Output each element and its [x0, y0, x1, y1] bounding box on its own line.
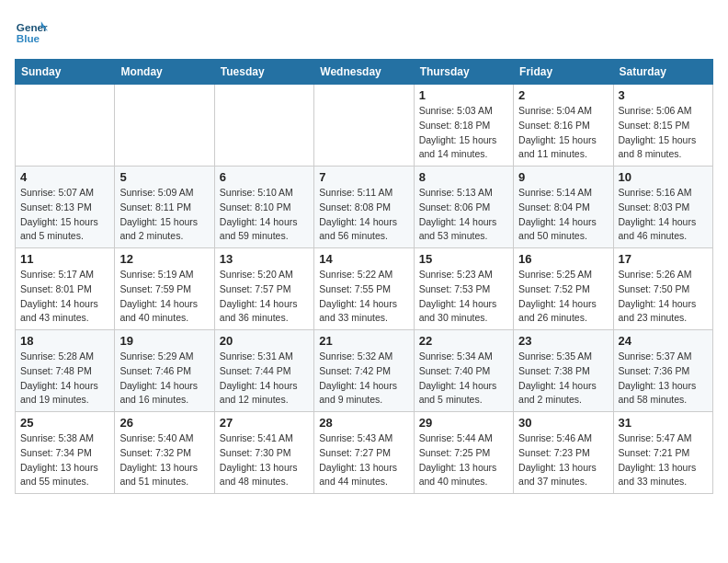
day-info: Sunrise: 5:37 AM Sunset: 7:36 PM Dayligh… [619, 350, 708, 408]
calendar-day-cell: 8Sunrise: 5:13 AM Sunset: 8:06 PM Daylig… [414, 167, 513, 248]
day-number: 31 [619, 416, 708, 430]
day-number: 12 [119, 252, 209, 266]
day-number: 30 [518, 416, 608, 430]
calendar-day-cell: 7Sunrise: 5:11 AM Sunset: 8:08 PM Daylig… [314, 167, 414, 248]
day-info: Sunrise: 5:31 AM Sunset: 7:44 PM Dayligh… [220, 350, 309, 408]
day-info: Sunrise: 5:19 AM Sunset: 7:59 PM Dayligh… [119, 268, 209, 326]
calendar-day-cell: 4Sunrise: 5:07 AM Sunset: 8:13 PM Daylig… [16, 167, 115, 248]
calendar-day-cell: 1Sunrise: 5:03 AM Sunset: 8:18 PM Daylig… [414, 85, 513, 167]
calendar-week-row: 11Sunrise: 5:17 AM Sunset: 8:01 PM Dayli… [16, 248, 713, 330]
day-info: Sunrise: 5:23 AM Sunset: 7:53 PM Dayligh… [419, 268, 508, 326]
day-number: 22 [419, 334, 508, 348]
day-number: 10 [619, 170, 708, 184]
day-info: Sunrise: 5:43 AM Sunset: 7:27 PM Dayligh… [319, 431, 408, 489]
day-info: Sunrise: 5:11 AM Sunset: 8:08 PM Dayligh… [319, 186, 408, 244]
day-number: 13 [220, 252, 309, 266]
day-number: 19 [119, 334, 209, 348]
weekday-header-sunday: Sunday [16, 60, 115, 85]
weekday-header-saturday: Saturday [613, 60, 712, 85]
day-number: 1 [419, 88, 508, 102]
day-info: Sunrise: 5:13 AM Sunset: 8:06 PM Dayligh… [419, 186, 508, 244]
day-number: 4 [20, 170, 109, 184]
day-number: 26 [119, 416, 209, 430]
day-number: 16 [518, 252, 608, 266]
day-info: Sunrise: 5:07 AM Sunset: 8:13 PM Dayligh… [20, 186, 109, 244]
day-info: Sunrise: 5:09 AM Sunset: 8:11 PM Dayligh… [119, 186, 209, 244]
day-number: 7 [319, 170, 408, 184]
day-number: 20 [220, 334, 309, 348]
day-info: Sunrise: 5:35 AM Sunset: 7:38 PM Dayligh… [518, 350, 608, 408]
calendar-day-cell: 9Sunrise: 5:14 AM Sunset: 8:04 PM Daylig… [514, 167, 613, 248]
calendar-day-cell: 23Sunrise: 5:35 AM Sunset: 7:38 PM Dayli… [514, 330, 613, 412]
day-number: 9 [518, 170, 608, 184]
calendar-day-cell: 14Sunrise: 5:22 AM Sunset: 7:55 PM Dayli… [314, 248, 414, 330]
day-number: 24 [619, 334, 708, 348]
logo: General Blue [15, 15, 51, 48]
weekday-header-thursday: Thursday [414, 60, 513, 85]
day-info: Sunrise: 5:14 AM Sunset: 8:04 PM Dayligh… [518, 186, 608, 244]
day-info: Sunrise: 5:10 AM Sunset: 8:10 PM Dayligh… [220, 186, 309, 244]
calendar-day-cell: 22Sunrise: 5:34 AM Sunset: 7:40 PM Dayli… [414, 330, 513, 412]
day-number: 3 [619, 88, 708, 102]
day-info: Sunrise: 5:44 AM Sunset: 7:25 PM Dayligh… [419, 431, 508, 489]
calendar-day-cell: 28Sunrise: 5:43 AM Sunset: 7:27 PM Dayli… [314, 412, 414, 494]
calendar-day-cell: 10Sunrise: 5:16 AM Sunset: 8:03 PM Dayli… [613, 167, 712, 248]
day-info: Sunrise: 5:28 AM Sunset: 7:48 PM Dayligh… [20, 350, 109, 408]
calendar-day-cell: 3Sunrise: 5:06 AM Sunset: 8:15 PM Daylig… [613, 85, 712, 167]
day-number: 5 [119, 170, 209, 184]
day-info: Sunrise: 5:03 AM Sunset: 8:18 PM Dayligh… [419, 104, 508, 162]
calendar-day-cell: 25Sunrise: 5:38 AM Sunset: 7:34 PM Dayli… [16, 412, 115, 494]
calendar-day-cell: 16Sunrise: 5:25 AM Sunset: 7:52 PM Dayli… [514, 248, 613, 330]
calendar-day-cell: 21Sunrise: 5:32 AM Sunset: 7:42 PM Dayli… [314, 330, 414, 412]
day-info: Sunrise: 5:04 AM Sunset: 8:16 PM Dayligh… [518, 104, 608, 162]
page-header: General Blue [15, 15, 713, 48]
calendar-day-cell: 5Sunrise: 5:09 AM Sunset: 8:11 PM Daylig… [115, 167, 214, 248]
day-number: 23 [518, 334, 608, 348]
calendar-week-row: 4Sunrise: 5:07 AM Sunset: 8:13 PM Daylig… [16, 167, 713, 248]
logo-icon: General Blue [15, 15, 48, 48]
day-number: 28 [319, 416, 408, 430]
calendar-week-row: 1Sunrise: 5:03 AM Sunset: 8:18 PM Daylig… [16, 85, 713, 167]
day-info: Sunrise: 5:47 AM Sunset: 7:21 PM Dayligh… [619, 431, 708, 489]
day-number: 6 [220, 170, 309, 184]
day-number: 29 [419, 416, 508, 430]
day-info: Sunrise: 5:41 AM Sunset: 7:30 PM Dayligh… [220, 431, 309, 489]
calendar-day-cell: 19Sunrise: 5:29 AM Sunset: 7:46 PM Dayli… [115, 330, 214, 412]
calendar-day-cell [16, 85, 115, 167]
weekday-header-wednesday: Wednesday [314, 60, 414, 85]
day-number: 15 [419, 252, 508, 266]
calendar-day-cell: 15Sunrise: 5:23 AM Sunset: 7:53 PM Dayli… [414, 248, 513, 330]
day-info: Sunrise: 5:26 AM Sunset: 7:50 PM Dayligh… [619, 268, 708, 326]
calendar-day-cell: 27Sunrise: 5:41 AM Sunset: 7:30 PM Dayli… [214, 412, 313, 494]
calendar-header-row: SundayMondayTuesdayWednesdayThursdayFrid… [16, 60, 713, 85]
day-info: Sunrise: 5:32 AM Sunset: 7:42 PM Dayligh… [319, 350, 408, 408]
calendar-day-cell [115, 85, 214, 167]
day-info: Sunrise: 5:22 AM Sunset: 7:55 PM Dayligh… [319, 268, 408, 326]
calendar-week-row: 25Sunrise: 5:38 AM Sunset: 7:34 PM Dayli… [16, 412, 713, 494]
day-info: Sunrise: 5:40 AM Sunset: 7:32 PM Dayligh… [119, 431, 209, 489]
day-info: Sunrise: 5:16 AM Sunset: 8:03 PM Dayligh… [619, 186, 708, 244]
day-number: 21 [319, 334, 408, 348]
day-number: 25 [20, 416, 109, 430]
calendar-day-cell: 24Sunrise: 5:37 AM Sunset: 7:36 PM Dayli… [613, 330, 712, 412]
day-info: Sunrise: 5:20 AM Sunset: 7:57 PM Dayligh… [220, 268, 309, 326]
calendar-week-row: 18Sunrise: 5:28 AM Sunset: 7:48 PM Dayli… [16, 330, 713, 412]
calendar-day-cell: 11Sunrise: 5:17 AM Sunset: 8:01 PM Dayli… [16, 248, 115, 330]
calendar-day-cell [214, 85, 313, 167]
calendar-day-cell: 6Sunrise: 5:10 AM Sunset: 8:10 PM Daylig… [214, 167, 313, 248]
day-info: Sunrise: 5:29 AM Sunset: 7:46 PM Dayligh… [119, 350, 209, 408]
calendar-day-cell: 30Sunrise: 5:46 AM Sunset: 7:23 PM Dayli… [514, 412, 613, 494]
calendar-day-cell: 17Sunrise: 5:26 AM Sunset: 7:50 PM Dayli… [613, 248, 712, 330]
calendar-day-cell [314, 85, 414, 167]
day-number: 8 [419, 170, 508, 184]
calendar-day-cell: 31Sunrise: 5:47 AM Sunset: 7:21 PM Dayli… [613, 412, 712, 494]
day-number: 2 [518, 88, 608, 102]
calendar-table: SundayMondayTuesdayWednesdayThursdayFrid… [15, 59, 713, 494]
day-number: 18 [20, 334, 109, 348]
weekday-header-monday: Monday [115, 60, 214, 85]
day-info: Sunrise: 5:34 AM Sunset: 7:40 PM Dayligh… [419, 350, 508, 408]
day-info: Sunrise: 5:06 AM Sunset: 8:15 PM Dayligh… [619, 104, 708, 162]
day-info: Sunrise: 5:25 AM Sunset: 7:52 PM Dayligh… [518, 268, 608, 326]
day-number: 27 [220, 416, 309, 430]
day-info: Sunrise: 5:46 AM Sunset: 7:23 PM Dayligh… [518, 431, 608, 489]
